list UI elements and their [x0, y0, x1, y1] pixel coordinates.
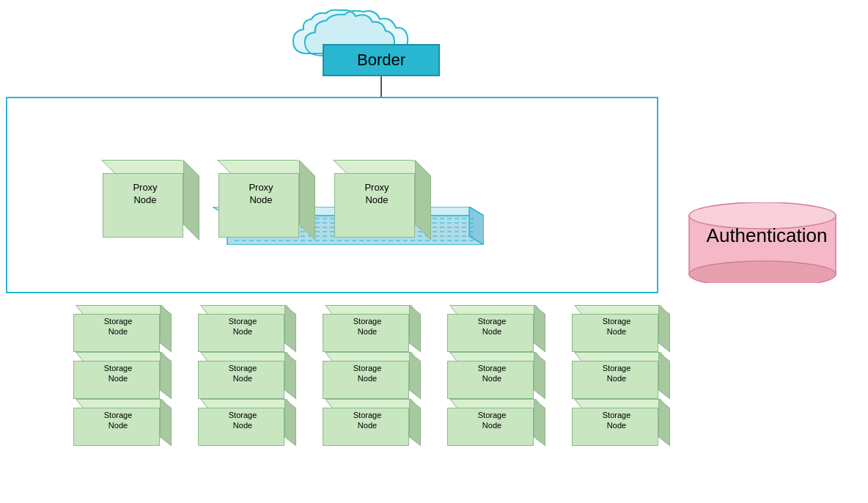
storage-node-5-2: StorageNode — [572, 352, 674, 399]
svg-point-11 — [689, 261, 836, 283]
storage-node-1-2: StorageNode — [73, 352, 176, 399]
storage-node-2-3: StorageNode — [198, 399, 301, 446]
diagram-container: Border Prox — [0, 0, 868, 503]
proxy-node-1: ProxyNode — [103, 160, 198, 241]
storage-node-1-3: StorageNode — [73, 399, 176, 446]
proxy-node-3-label: ProxyNode — [339, 182, 415, 207]
connector-vertical — [380, 76, 382, 97]
storage-node-3-3: StorageNode — [323, 399, 425, 446]
proxy-nodes-area: ProxyNode ProxyNode ProxyNode — [103, 160, 430, 241]
proxy-node-2: ProxyNode — [218, 160, 314, 241]
border-label: Border — [357, 51, 405, 70]
storage-node-4-1: StorageNode — [447, 305, 550, 352]
storage-node-3-1: StorageNode — [323, 305, 425, 352]
storage-node-4-2: StorageNode — [447, 352, 550, 399]
storage-group-5: StorageNode StorageNode StorageNode — [572, 305, 682, 481]
storage-group-4: StorageNode StorageNode StorageNode — [447, 305, 557, 481]
proxy-node-1-label: ProxyNode — [107, 182, 183, 207]
storage-group-2: StorageNode StorageNode StorageNode — [198, 305, 308, 481]
proxy-node-2-label: ProxyNode — [223, 182, 299, 207]
storage-group-3: StorageNode StorageNode StorageNode — [323, 305, 433, 481]
storage-node-2-1: StorageNode — [198, 305, 301, 352]
storage-group-1: StorageNode StorageNode StorageNode — [73, 305, 183, 481]
auth-label: Authentication — [669, 224, 864, 247]
storage-node-2-2: StorageNode — [198, 352, 301, 399]
storage-node-4-3: StorageNode — [447, 399, 550, 446]
storage-nodes-area: StorageNode StorageNode StorageNode Stor… — [73, 305, 682, 481]
storage-node-3-2: StorageNode — [323, 352, 425, 399]
border-box: Border — [323, 44, 440, 76]
storage-node-5-1: StorageNode — [572, 305, 674, 352]
storage-node-1-1: StorageNode — [73, 305, 176, 352]
storage-node-5-3: StorageNode — [572, 399, 674, 446]
proxy-node-3: ProxyNode — [334, 160, 430, 241]
